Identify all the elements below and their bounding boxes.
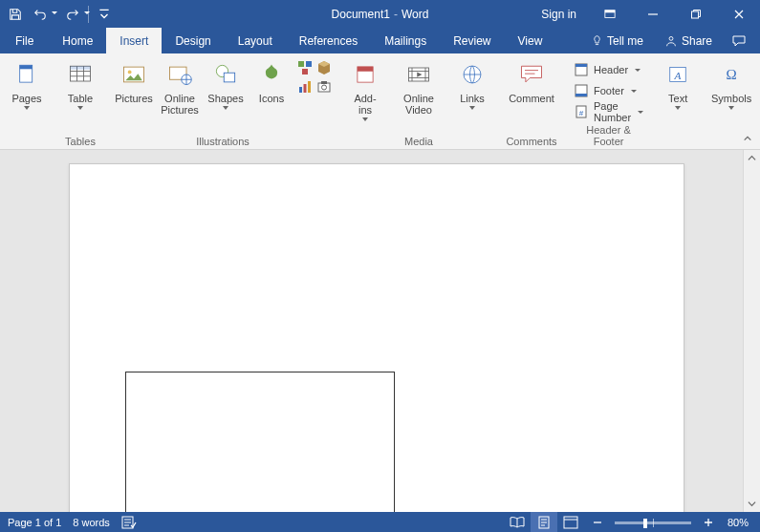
tab-bar-right: Tell me Share (581, 28, 760, 53)
title-bar-right: Sign in (530, 0, 760, 28)
view-web-layout-button[interactable] (557, 512, 584, 532)
table-button[interactable]: Table (59, 55, 101, 116)
group-comments: Comment Comments (499, 53, 564, 149)
chart-button[interactable] (296, 78, 314, 96)
tab-home[interactable]: Home (49, 28, 106, 53)
svg-rect-15 (306, 61, 312, 67)
vertical-scrollbar[interactable] (743, 150, 760, 512)
undo-icon (33, 8, 47, 21)
share-button[interactable]: Share (655, 28, 722, 53)
zoom-percent[interactable]: 80% (720, 517, 749, 528)
chevron-down-icon (635, 69, 641, 72)
window-close-button[interactable] (717, 0, 760, 28)
title-separator: - (390, 8, 402, 21)
zoom-thumb[interactable] (643, 519, 647, 528)
group-text: A Text (653, 53, 703, 149)
svg-rect-24 (358, 67, 373, 72)
view-print-layout-button[interactable] (531, 512, 557, 532)
read-mode-icon (510, 516, 525, 529)
icons-label: Icons (259, 93, 284, 104)
zoom-in-button[interactable] (701, 515, 716, 530)
tab-review-label: Review (453, 34, 490, 48)
scroll-up-button[interactable] (744, 150, 760, 166)
sign-in-button[interactable]: Sign in (530, 0, 588, 28)
tab-review[interactable]: Review (440, 28, 504, 53)
group-pages-label (6, 134, 48, 149)
tab-file[interactable]: File (0, 28, 49, 53)
comment-label: Comment (509, 93, 554, 104)
status-bar: Page 1 of 1 8 words 80% (0, 512, 760, 532)
pictures-button[interactable]: Pictures (113, 55, 155, 116)
svg-rect-5 (20, 65, 33, 69)
pages-button[interactable]: Pages (6, 55, 48, 116)
chevron-down-icon (728, 106, 734, 110)
window-restore-button[interactable] (674, 0, 717, 28)
tab-design[interactable]: Design (162, 28, 224, 53)
tab-insert[interactable]: Insert (106, 28, 162, 53)
svg-rect-17 (299, 87, 302, 93)
text-button[interactable]: A Text (659, 55, 697, 116)
header-icon (574, 62, 589, 77)
tab-references[interactable]: References (286, 28, 371, 53)
page-number-button[interactable]: # Page Number (570, 101, 647, 122)
footer-button[interactable]: Footer (570, 80, 641, 101)
collapse-ribbon-button[interactable] (741, 132, 754, 145)
pages-icon (11, 59, 42, 90)
ribbon-display-options-button[interactable] (588, 0, 631, 28)
icons-button[interactable]: Icons (250, 55, 293, 116)
symbols-button[interactable]: Ω Symbols (708, 55, 754, 116)
status-page[interactable]: Page 1 of 1 (8, 517, 61, 528)
svg-rect-28 (575, 64, 587, 67)
tell-me-label: Tell me (607, 34, 643, 48)
qat-save-button[interactable] (4, 3, 27, 26)
shapes-button[interactable]: Shapes (205, 55, 247, 116)
lightbulb-icon (591, 34, 603, 47)
header-button[interactable]: Header (570, 59, 644, 80)
zoom-out-button[interactable] (590, 515, 605, 530)
3d-models-button[interactable] (315, 59, 333, 76)
qat-customize-button[interactable] (93, 3, 116, 26)
icons-icon (256, 59, 287, 90)
chevron-down-icon (748, 500, 756, 508)
svg-text:A: A (674, 70, 682, 81)
tab-layout[interactable]: Layout (225, 28, 286, 53)
comments-pane-button[interactable] (724, 28, 754, 53)
scroll-down-button[interactable] (744, 496, 760, 512)
online-video-button[interactable]: Online Video (398, 55, 440, 116)
chevron-down-icon (631, 90, 637, 93)
addins-button[interactable]: Add- ins (344, 55, 386, 121)
chevron-down-icon (223, 106, 228, 110)
tab-view[interactable]: View (505, 28, 556, 53)
chevron-down-icon (24, 106, 30, 110)
textbox-shape[interactable] (125, 372, 395, 512)
window-minimize-button[interactable] (631, 0, 674, 28)
svg-rect-30 (575, 94, 587, 96)
view-read-mode-button[interactable] (504, 512, 531, 532)
tab-home-label: Home (62, 34, 93, 48)
status-proofing[interactable] (121, 516, 137, 529)
tell-me-search[interactable]: Tell me (581, 28, 653, 53)
screenshot-button[interactable] (315, 78, 333, 96)
share-icon (664, 34, 678, 48)
zoom-slider[interactable] (615, 521, 691, 524)
qat-redo-button[interactable] (61, 3, 84, 26)
page-number-label: Page Number (594, 100, 631, 123)
smartart-button[interactable] (296, 59, 314, 76)
group-illustrations: Pictures Online Pictures Shapes Icons (107, 53, 338, 149)
qat-undo-button[interactable] (29, 3, 52, 26)
zoom-control: 80% (584, 515, 754, 530)
online-pictures-button[interactable]: Online Pictures (159, 55, 201, 116)
document-workspace (0, 150, 760, 512)
comment-icon (731, 33, 747, 49)
video-icon (403, 59, 434, 90)
proofing-icon (121, 516, 137, 529)
svg-rect-18 (304, 84, 307, 93)
svg-rect-7 (71, 66, 91, 70)
svg-text:Ω: Ω (727, 67, 737, 82)
comment-button[interactable]: Comment (505, 55, 558, 116)
chart-icon (297, 79, 313, 95)
tab-mailings[interactable]: Mailings (371, 28, 440, 53)
links-button[interactable]: Links (451, 55, 493, 116)
links-label: Links (460, 93, 485, 104)
status-words[interactable]: 8 words (73, 517, 110, 528)
